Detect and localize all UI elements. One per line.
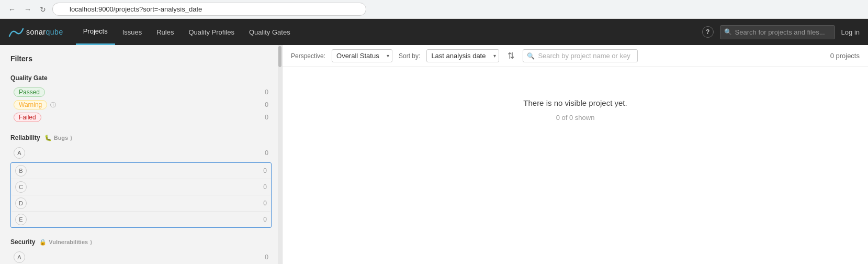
sort-select-wrapper: Last analysis date ▾ [426,49,499,62]
warning-count: 0 [265,101,268,108]
failed-count: 0 [265,114,268,121]
main-container: Filters Quality Gate Passed 0 Warning ⓘ … [0,45,868,264]
address-input[interactable] [52,3,366,16]
address-bar-wrapper: ⓘ [52,3,366,16]
global-search-icon: 🔍 [724,28,732,36]
nav-item-projects[interactable]: Projects [76,19,115,45]
empty-state-message: There is no visible project yet. [523,98,627,107]
help-button[interactable]: ? [702,26,714,38]
security-section: Security 🔒 Vulnerabilities ) A 0 [0,233,282,264]
back-button[interactable]: ← [6,3,18,16]
quality-gate-warning[interactable]: Warning ⓘ 0 [10,98,272,111]
grade-b-count: 0 [263,167,267,174]
warning-info-icon[interactable]: ⓘ [50,101,56,109]
global-search-input[interactable] [720,25,835,39]
filters-title: Filters [0,45,282,69]
sort-label: Sort by: [399,52,420,60]
grade-a-count: 0 [265,149,268,157]
security-grade-a[interactable]: A 0 [10,250,272,264]
security-grade-a-count: 0 [265,254,268,261]
security-title: Security 🔒 Vulnerabilities ) [10,238,272,246]
sort-order-button[interactable]: ⇅ [505,50,516,62]
nav-item-quality-gates[interactable]: Quality Gates [242,19,298,45]
grade-d-badge: D [15,197,27,209]
reliability-grades-box: B 0 C 0 D 0 E [10,162,272,228]
grade-c-count: 0 [263,183,267,191]
quality-gate-section: Quality Gate Passed 0 Warning ⓘ 0 Failed… [0,69,282,129]
failed-badge[interactable]: Failed [14,113,41,122]
project-search-icon: 🔍 [527,52,535,60]
project-search-wrapper: 🔍 [523,49,638,62]
grade-d-count: 0 [263,200,267,207]
grade-c-badge: C [15,181,27,193]
login-button[interactable]: Log in [841,28,860,36]
passed-count: 0 [265,89,268,96]
nav-item-rules[interactable]: Rules [149,19,181,45]
quality-gate-title: Quality Gate [10,74,272,82]
global-search-wrapper: 🔍 [720,25,835,39]
forward-button[interactable]: → [22,3,33,16]
scrollbar[interactable] [278,45,282,264]
grade-b-badge: B [15,165,27,177]
security-grade-a-badge: A [14,251,25,263]
quality-gate-passed[interactable]: Passed 0 [10,86,272,98]
sonarqube-logo-icon [8,27,24,37]
nav-item-quality-profiles[interactable]: Quality Profiles [181,19,241,45]
url-bar: ← → ↻ ⓘ [0,0,868,19]
nav-item-issues[interactable]: Issues [115,19,150,45]
grade-e-badge: E [15,214,27,225]
content-area: Perspective: Overall Status ▾ Sort by: L… [283,45,868,264]
reload-button[interactable]: ↻ [38,3,48,16]
filters-panel: Filters Quality Gate Passed 0 Warning ⓘ … [0,45,283,264]
empty-state-sub: 0 of 0 shown [556,114,595,122]
reliability-grade-b[interactable]: B 0 [11,163,271,179]
perspective-select[interactable]: Overall Status [332,49,392,62]
content-toolbar: Perspective: Overall Status ▾ Sort by: L… [283,45,868,67]
projects-count: 0 projects [830,52,860,60]
sonarqube-text: sonarqube [26,28,63,36]
warning-badge[interactable]: Warning [14,100,47,109]
sort-select[interactable]: Last analysis date [426,49,499,62]
reliability-grade-c[interactable]: C 0 [11,179,271,195]
scroll-thumb [278,46,281,67]
reliability-grade-a[interactable]: A 0 [10,146,272,160]
reliability-section: Reliability 🐛 Bugs ) A 0 B 0 [0,129,282,233]
perspective-select-wrapper: Overall Status ▾ [332,49,392,62]
empty-state: There is no visible project yet. 0 of 0 … [283,67,868,153]
reliability-grade-d[interactable]: D 0 [11,195,271,212]
project-search-input[interactable] [523,49,638,62]
passed-badge[interactable]: Passed [14,87,45,97]
reliability-grade-e[interactable]: E 0 [11,212,271,227]
quality-gate-failed[interactable]: Failed 0 [10,111,272,124]
nav-menu: Projects Issues Rules Quality Profiles Q… [76,19,702,45]
grade-a-badge: A [14,147,25,159]
perspective-label: Perspective: [291,52,325,60]
navbar: sonarqube Projects Issues Rules Quality … [0,19,868,45]
grade-e-count: 0 [263,216,267,223]
brand-logo[interactable]: sonarqube [8,27,63,37]
reliability-title: Reliability 🐛 Bugs ) [10,134,272,141]
nav-right: ? 🔍 Log in [702,25,860,39]
